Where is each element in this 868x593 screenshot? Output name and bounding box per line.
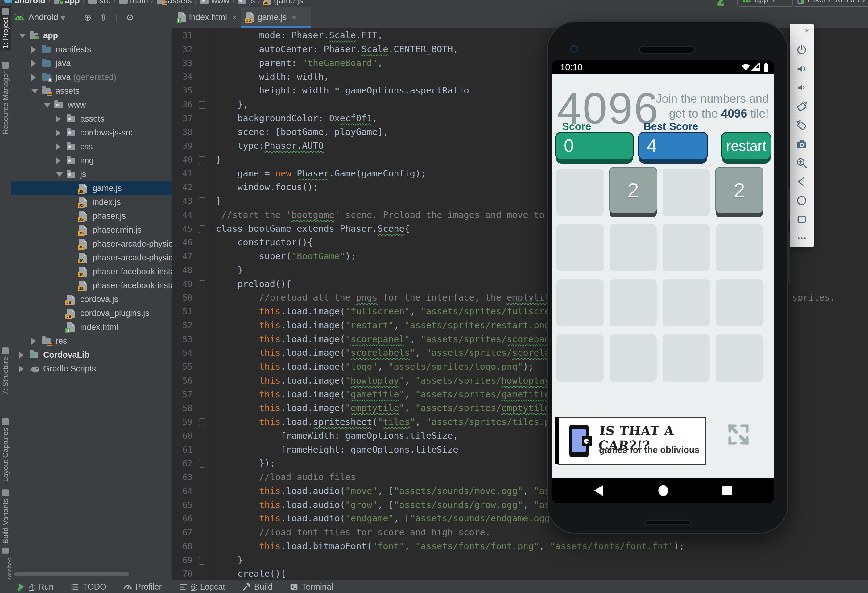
project-view-selector[interactable]: Android	[28, 12, 58, 22]
tree-item-game-js[interactable]: JSgame.js	[11, 182, 172, 195]
fold-marker-icon[interactable]	[199, 460, 205, 468]
emulator-home-icon[interactable]	[795, 194, 809, 207]
statusbar-itemterminal[interactable]: Terminal	[289, 582, 333, 592]
tree-item-manifests[interactable]: manifests	[11, 43, 172, 56]
restart-button[interactable]: restart	[722, 133, 771, 159]
tree-chevron-icon[interactable]	[56, 143, 61, 150]
tree-item-phaser-js[interactable]: JSphaser.js	[11, 209, 172, 223]
tool-window-button-7-structure[interactable]: 7: Structure	[0, 346, 11, 397]
tree-item-index-html[interactable]: Hindex.html	[11, 320, 172, 334]
emulator-power-icon[interactable]	[795, 43, 809, 57]
fold-marker-icon[interactable]	[199, 225, 205, 233]
breadcrumb-item-js[interactable]: js	[238, 0, 255, 6]
breadcrumb-item-game-js[interactable]: JSgame.js	[263, 0, 303, 6]
emulator-volume-up-icon[interactable]	[795, 62, 809, 75]
breadcrumb[interactable]: android/app/src/main/assets/www/js/JSgam…	[4, 0, 303, 6]
home-button[interactable]	[657, 478, 669, 503]
tree-item-index-js[interactable]: JSindex.js	[11, 195, 172, 209]
breadcrumb-item-src[interactable]: src	[88, 0, 111, 6]
emulator-rotate-right-icon[interactable]	[795, 118, 809, 132]
locate-icon[interactable]: ⊕	[84, 12, 92, 23]
emulator-rotate-left-icon[interactable]	[795, 100, 809, 113]
tree-item-java[interactable]: java	[11, 56, 172, 70]
tree-chevron-icon[interactable]	[19, 352, 24, 358]
tree-item-phaser-arcade-physics-js[interactable]: JSphaser-arcade-physics.js	[11, 237, 172, 251]
tab-game-js[interactable]: JS game.js ×	[241, 7, 311, 28]
tool-window-button-layout-captures[interactable]: Layout Captures	[0, 417, 11, 484]
tree-chevron-icon[interactable]	[56, 130, 61, 136]
fold-marker-icon[interactable]	[199, 101, 205, 109]
run-config-selector[interactable]: app ▾	[737, 0, 793, 7]
tree-item-phaser-facebook-instant-games-min-js[interactable]: JSphaser-facebook-instant-games.min.js	[11, 279, 172, 293]
code-line-70[interactable]: 70 create(){	[172, 568, 868, 580]
tree-item-img[interactable]: img	[11, 154, 172, 167]
collapse-all-icon[interactable]: ⇳	[100, 12, 107, 23]
emulator-more-icon[interactable]	[795, 231, 809, 245]
statusbar-item-logcat[interactable]: 6: Logcat	[179, 582, 225, 592]
statusbar-itemprofiler[interactable]: Profiler	[123, 582, 162, 592]
horizontal-scrollbar[interactable]	[14, 572, 129, 576]
tree-item-Gradle-Scripts[interactable]: Gradle Scripts	[11, 362, 172, 376]
fold-marker-icon[interactable]	[199, 419, 205, 426]
back-button[interactable]	[593, 478, 605, 503]
overview-button[interactable]	[721, 478, 733, 503]
tree-item-java[interactable]: java(generated)	[11, 70, 172, 84]
tree-item-app[interactable]: app	[11, 29, 172, 43]
gradle-sync-icon[interactable]	[716, 0, 730, 6]
device-selector[interactable]: Pixel 2 XL API 2	[792, 0, 868, 7]
tree-item-phaser-arcade-physics-min-js[interactable]: JSphaser-arcade-physics.min.js	[11, 251, 172, 265]
breadcrumb-item-assets[interactable]: assets	[157, 0, 192, 6]
breadcrumb-item-android[interactable]: android	[4, 0, 45, 6]
hide-panel-icon[interactable]: —	[142, 12, 152, 22]
fold-marker-icon[interactable]	[199, 281, 205, 288]
project-tree-panel[interactable]: appmanifestsjavajava(generated)assetswww…	[11, 28, 173, 580]
game-4096-board[interactable]: 4096 Join the numbers and get to the 409…	[552, 74, 774, 478]
tree-chevron-icon[interactable]	[56, 116, 61, 123]
emulator-zoom-icon[interactable]	[795, 156, 809, 170]
close-icon[interactable]: ×	[805, 26, 809, 35]
ad-banner[interactable]: IS THAT A CAR?!? games for the oblivious	[558, 417, 706, 465]
chevron-down-icon[interactable]: ▾	[61, 12, 65, 23]
tree-chevron-icon[interactable]	[56, 157, 61, 164]
tree-item-assets[interactable]: assets	[11, 84, 172, 98]
tree-item-cordova-js[interactable]: JScordova.js	[11, 293, 172, 306]
tree-chevron-icon[interactable]	[31, 338, 36, 345]
emulator-volume-down-icon[interactable]	[795, 81, 809, 95]
fold-marker-icon[interactable]	[199, 156, 205, 164]
emulator-overview-icon[interactable]	[795, 213, 809, 226]
fullscreen-icon[interactable]	[725, 421, 751, 447]
tree-item-res[interactable]: res	[11, 334, 172, 348]
tree-chevron-icon[interactable]	[19, 34, 26, 38]
statusbar-item-run[interactable]: 4: Run	[17, 582, 54, 592]
tree-item-cordova-js-src[interactable]: cordova-js-src	[11, 126, 172, 140]
tree-item-CordovaLib[interactable]: CordovaLib	[11, 348, 172, 362]
tree-chevron-icon[interactable]	[31, 74, 36, 81]
tree-item-css[interactable]: css	[11, 140, 172, 154]
tree-chevron-icon[interactable]	[56, 173, 63, 177]
emulator-back-icon[interactable]	[795, 175, 809, 189]
tree-chevron-icon[interactable]	[44, 103, 50, 107]
close-icon[interactable]: ×	[292, 13, 297, 22]
gear-icon[interactable]: ⚙	[126, 12, 134, 23]
tree-chevron-icon[interactable]	[31, 89, 38, 93]
minimize-icon[interactable]: –	[794, 26, 798, 35]
fold-marker-icon[interactable]	[199, 197, 205, 206]
tree-chevron-icon[interactable]	[19, 365, 24, 373]
tree-item-phaser-min-js[interactable]: JSphaser.min.js	[11, 223, 172, 237]
tree-item-cordova_plugins-js[interactable]: JScordova_plugins.js	[11, 306, 172, 320]
tool-window-button-build-variants[interactable]: Build Variants	[0, 488, 11, 546]
tree-item-assets[interactable]: assets	[11, 112, 172, 126]
tree-item-phaser-facebook-instant-games-js[interactable]: JSphaser-facebook-instant-games.js	[11, 265, 172, 279]
breadcrumb-item-app[interactable]: app	[54, 0, 80, 6]
tree-chevron-icon[interactable]	[31, 46, 36, 53]
tree-item-www[interactable]: www	[11, 98, 172, 112]
emulator-camera-icon[interactable]	[795, 137, 809, 151]
statusbar-itembuild[interactable]: Build	[242, 582, 273, 592]
breadcrumb-item-www[interactable]: www	[200, 0, 229, 6]
fold-marker-icon[interactable]	[199, 557, 205, 565]
tree-chevron-icon[interactable]	[31, 60, 36, 67]
tool-window-button-1-project[interactable]: 1: Project	[0, 6, 11, 50]
statusbar-itemtodo[interactable]: TODO	[70, 582, 107, 592]
code-line-69[interactable]: 69 }	[172, 554, 868, 568]
tree-item-js[interactable]: js	[11, 167, 172, 182]
